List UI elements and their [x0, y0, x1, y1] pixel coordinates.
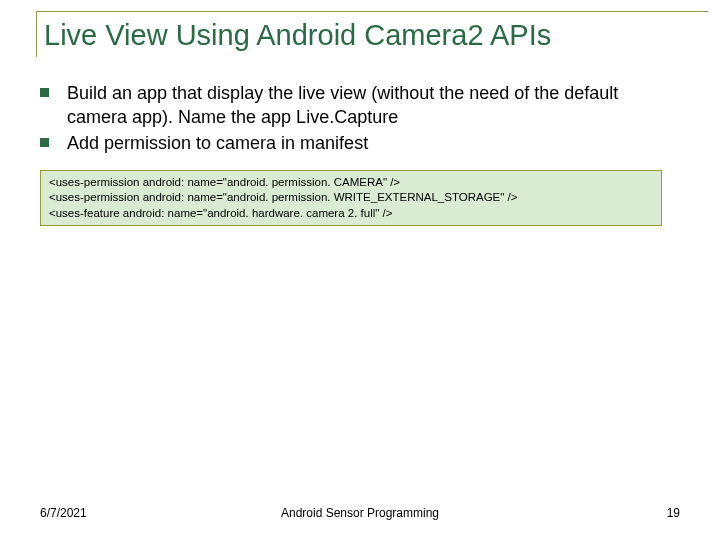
- footer: 6/7/2021 Android Sensor Programming 19: [0, 506, 720, 520]
- square-bullet-icon: [40, 88, 49, 97]
- footer-date: 6/7/2021: [40, 506, 87, 520]
- title-area: Live View Using Android Camera2 APIs: [0, 0, 720, 65]
- bullet-text: Build an app that display the live view …: [67, 81, 680, 130]
- slide-title: Live View Using Android Camera2 APIs: [28, 18, 710, 53]
- square-bullet-icon: [40, 138, 49, 147]
- bullet-list: Build an app that display the live view …: [40, 81, 680, 156]
- bullet-text: Add permission to camera in manifest: [67, 131, 368, 155]
- footer-course-title: Android Sensor Programming: [281, 506, 439, 520]
- code-block: <uses-permission android: name="android.…: [40, 170, 662, 227]
- footer-page-number: 19: [667, 506, 680, 520]
- list-item: Build an app that display the live view …: [40, 81, 680, 130]
- title-rule-top: [36, 11, 708, 12]
- content-area: Build an app that display the live view …: [0, 65, 720, 226]
- list-item: Add permission to camera in manifest: [40, 131, 680, 155]
